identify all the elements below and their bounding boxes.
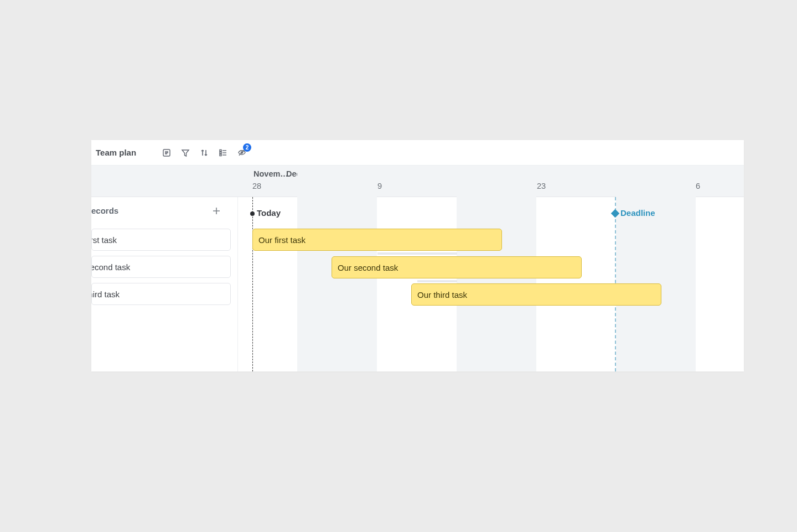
day-label: 6 [696,182,700,190]
today-line [252,197,253,371]
timeline-body: ecords r first task r second task r thir… [91,197,744,371]
timeline-grid[interactable]: Today Deadline Our first task Our second… [238,197,744,371]
today-dot-icon [250,211,255,216]
task-bar-label: Our second task [338,263,398,272]
records-sidebar: ecords r first task r second task r thir… [91,197,238,371]
day-label: 28 [252,182,261,190]
toolbar: Team plan 2 [91,140,744,166]
week-shade [616,166,696,371]
timeline-app: Team plan 2 Novem… December January 28 [91,140,744,371]
record-label: r second task [91,262,130,272]
group-icon[interactable] [219,148,227,157]
svg-rect-2 [220,152,221,153]
task-bar[interactable]: Our second task [332,256,582,278]
records-header: ecords [91,197,237,225]
hide-fields-icon[interactable]: 2 [237,148,246,157]
hide-fields-badge: 2 [243,143,251,152]
task-connector [377,252,457,255]
records-list: r first task r second task r third task [91,225,237,305]
task-connector [417,280,457,282]
today-label: Today [257,208,281,218]
expand-record-icon[interactable] [162,148,171,157]
sort-icon[interactable] [200,148,209,157]
day-label: 9 [377,182,382,190]
toolbar-actions: 2 [162,148,246,157]
task-bar[interactable]: Our first task [252,229,502,251]
record-item[interactable]: r second task [91,256,231,278]
task-bar-label: Our first task [258,235,306,245]
svg-rect-1 [220,149,221,151]
deadline-label: Deadline [620,208,655,218]
task-bar[interactable]: Our third task [411,283,661,306]
record-label: r first task [91,235,117,245]
day-label: 23 [537,182,546,190]
svg-rect-3 [220,154,221,156]
task-bar-label: Our third task [417,290,467,299]
filter-icon[interactable] [181,148,190,157]
record-label: r third task [91,290,120,299]
records-title: ecords [91,206,118,215]
record-item[interactable]: r third task [91,283,231,305]
view-title[interactable]: Team plan [91,148,136,157]
add-record-icon[interactable] [212,206,221,215]
month-label: Novem… [253,169,288,178]
record-item[interactable]: r first task [91,229,231,251]
